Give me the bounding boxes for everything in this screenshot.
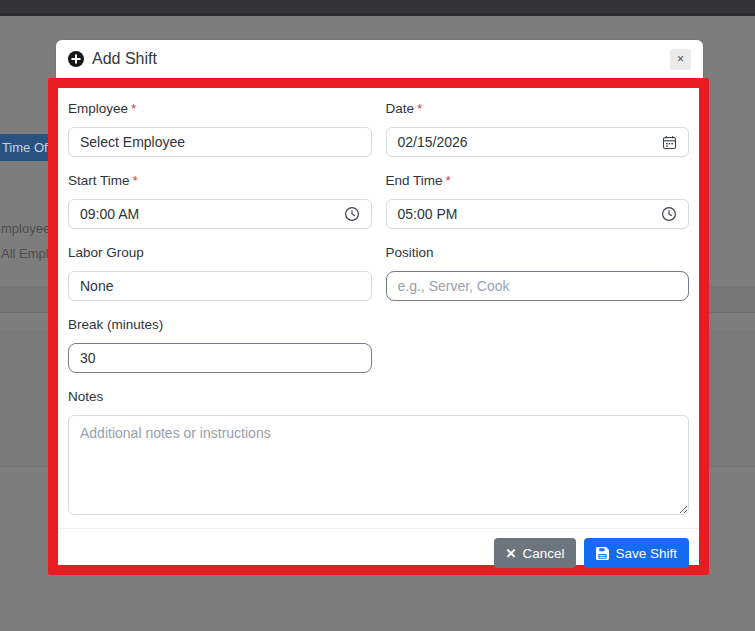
background-top-bar	[0, 0, 755, 16]
start-time-input[interactable]: 09:00 AM	[68, 199, 372, 229]
date-field-group: Date* 02/15/2026	[386, 100, 690, 157]
plus-circle-icon	[68, 51, 84, 67]
cancel-button[interactable]: ✕ Cancel	[494, 538, 577, 568]
cancel-button-label: Cancel	[522, 546, 564, 561]
add-shift-form: Employee* Select Employee Date* 02/15/20…	[68, 100, 689, 519]
notes-label: Notes	[68, 388, 689, 406]
end-time-field-group: End Time* 05:00 PM	[386, 172, 690, 229]
position-field-group: Position	[386, 244, 690, 301]
required-marker: *	[417, 101, 422, 116]
x-icon: ✕	[506, 547, 517, 560]
employee-filter-label: mployee:	[1, 221, 54, 236]
modal-footer: ✕ Cancel Save Shift	[58, 528, 699, 568]
modal-title: Add Shift	[92, 50, 157, 68]
labor-group-label: Labor Group	[68, 244, 372, 262]
add-shift-modal-body: Employee* Select Employee Date* 02/15/20…	[48, 78, 709, 575]
employee-label: Employee*	[68, 100, 372, 118]
required-marker: *	[133, 173, 138, 188]
labor-group-value: None	[80, 278, 113, 294]
notes-textarea[interactable]	[68, 415, 689, 515]
start-time-field-group: Start Time* 09:00 AM	[68, 172, 372, 229]
add-shift-modal-header: Add Shift ×	[56, 40, 703, 78]
clock-icon[interactable]	[661, 206, 677, 222]
clock-icon[interactable]	[344, 206, 360, 222]
required-marker: *	[446, 173, 451, 188]
save-shift-button[interactable]: Save Shift	[584, 538, 689, 568]
required-marker: *	[131, 101, 136, 116]
labor-group-select[interactable]: None	[68, 271, 372, 301]
calendar-icon[interactable]	[662, 135, 677, 150]
grid-spacer	[386, 316, 690, 388]
date-input-value: 02/15/2026	[398, 134, 468, 150]
close-icon[interactable]: ×	[670, 49, 691, 70]
employee-select-value: Select Employee	[80, 134, 185, 150]
position-label: Position	[386, 244, 690, 262]
end-time-value: 05:00 PM	[398, 206, 458, 222]
employee-field-group: Employee* Select Employee	[68, 100, 372, 157]
end-time-label: End Time*	[386, 172, 690, 190]
break-field-group: Break (minutes)	[68, 316, 372, 373]
start-time-label: Start Time*	[68, 172, 372, 190]
labor-group-field-group: Labor Group None	[68, 244, 372, 301]
employee-select[interactable]: Select Employee	[68, 127, 372, 157]
date-label: Date*	[386, 100, 690, 118]
start-time-value: 09:00 AM	[80, 206, 139, 222]
position-input[interactable]	[386, 271, 690, 301]
save-shift-button-label: Save Shift	[615, 546, 677, 561]
notes-field-group: Notes	[68, 388, 689, 519]
date-input[interactable]: 02/15/2026	[386, 127, 690, 157]
save-icon	[596, 547, 609, 560]
break-label: Break (minutes)	[68, 316, 372, 334]
end-time-input[interactable]: 05:00 PM	[386, 199, 690, 229]
break-input[interactable]	[68, 343, 372, 373]
time-off-button-label: Time Off	[2, 140, 51, 155]
